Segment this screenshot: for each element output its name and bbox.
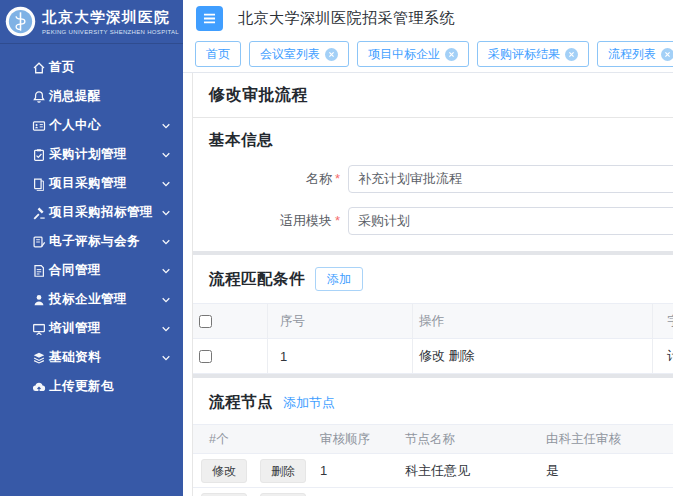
sidebar-item-procurement-plan[interactable]: 采购计划管理: [0, 140, 183, 169]
edit-button[interactable]: 修改: [201, 459, 247, 483]
basic-info-heading: 基本信息: [193, 130, 673, 151]
delete-button[interactable]: 删除: [260, 493, 306, 496]
column-header-field: 字段: [653, 304, 673, 338]
column-header-index: #个: [193, 431, 320, 448]
tab-evaluation-results[interactable]: 采购评标结果: [477, 41, 589, 67]
form-row-name: 名称*: [193, 165, 673, 193]
sidebar-item-project-procurement[interactable]: 项目采购管理: [0, 169, 183, 198]
sidebar-item-upload-package[interactable]: 上传更新包: [0, 372, 183, 401]
page-title: 修改审批流程: [209, 85, 657, 106]
sidebar-item-personal-center[interactable]: 个人中心: [0, 111, 183, 140]
menu-icon: [201, 10, 218, 27]
top-header: 北京大学深圳医院招采管理系统: [183, 0, 673, 36]
sidebar-item-bidding-management[interactable]: 项目采购招标管理: [0, 198, 183, 227]
seq-cell: 1: [268, 339, 413, 373]
required-asterisk: *: [335, 171, 340, 186]
column-header-order: 审核顺序: [320, 431, 405, 448]
sidebar-item-messages[interactable]: 消息提醒: [0, 82, 183, 111]
chevron-down-icon: [160, 149, 172, 161]
flow-nodes-heading: 流程节点: [209, 392, 273, 413]
row-actions-cell: 修改 删除: [193, 459, 320, 483]
sidebar-item-label: 首页: [49, 59, 75, 76]
name-field-label: 名称*: [193, 170, 340, 188]
sidebar-item-label: 电子评标与会务: [49, 233, 140, 250]
tab-bar: 首页 会议室列表 项目中标企业 采购评标结果 流程列表 流程: [183, 36, 673, 73]
hospital-emblem-icon: [5, 6, 36, 37]
actions-cell[interactable]: 修改 删除: [413, 339, 653, 373]
cloud-upload-icon: [32, 380, 46, 394]
sidebar-item-label: 培训管理: [49, 320, 101, 337]
node-name-cell: 科主任意见: [405, 462, 546, 480]
content-panel: 修改审批流程 基本信息 名称* 适用模块* 流程匹配条件 添加: [192, 73, 673, 496]
close-icon[interactable]: [565, 48, 578, 61]
home-icon: [32, 61, 46, 75]
column-header-dept-review: 由科主任审核: [546, 431, 673, 448]
order-cell: 1: [320, 463, 405, 478]
sidebar-item-label: 基础资料: [49, 349, 101, 366]
chevron-down-icon: [160, 323, 172, 335]
sidebar-item-label: 采购计划管理: [49, 146, 127, 163]
sidebar-menu: 首页 消息提醒 个人中心 采购计划管理 项目采购管理: [0, 44, 183, 401]
gavel-icon: [32, 206, 46, 220]
delete-button[interactable]: 删除: [260, 459, 306, 483]
header-checkbox-cell: [193, 304, 268, 338]
sidebar-item-label: 项目采购招标管理: [49, 204, 153, 221]
sidebar-item-label: 投标企业管理: [49, 291, 127, 308]
sidebar-item-label: 合同管理: [49, 262, 101, 279]
sidebar-item-home[interactable]: 首页: [0, 53, 183, 82]
module-field[interactable]: [348, 207, 673, 235]
tab-process-list[interactable]: 流程列表: [597, 41, 673, 67]
sidebar-item-e-evaluation[interactable]: 电子评标与会务: [0, 227, 183, 256]
flow-nodes-section: 流程节点 添加节点 #个 审核顺序 节点名称 由科主任审核 修改 删除 1 科主…: [193, 378, 673, 496]
required-asterisk: *: [335, 213, 340, 228]
presentation-icon: [32, 322, 46, 336]
sidebar-item-label: 项目采购管理: [49, 175, 127, 192]
row-checkbox-cell: [193, 339, 268, 373]
tablet-pen-icon: [32, 235, 46, 249]
id-card-icon: [32, 119, 46, 133]
tab-label: 项目中标企业: [368, 46, 440, 63]
sidebar-item-label: 上传更新包: [49, 378, 114, 395]
match-conditions-heading: 流程匹配条件: [209, 269, 305, 290]
name-field[interactable]: [348, 165, 673, 193]
close-icon[interactable]: [445, 48, 458, 61]
tab-label: 会议室列表: [260, 46, 320, 63]
select-all-checkbox[interactable]: [199, 315, 212, 328]
flow-nodes-header: 流程节点 添加节点: [193, 378, 673, 424]
tab-meeting-room-list[interactable]: 会议室列表: [249, 41, 349, 67]
module-field-label: 适用模块*: [193, 212, 340, 230]
chevron-down-icon: [160, 352, 172, 364]
tab-label: 首页: [206, 46, 230, 63]
book-icon: [32, 177, 46, 191]
close-icon[interactable]: [325, 48, 338, 61]
row-checkbox[interactable]: [199, 350, 212, 363]
logo-text: 北京大学深圳医院 PEKING UNIVERSITY SHENZHEN HOSP…: [42, 8, 177, 35]
chevron-down-icon: [160, 178, 172, 190]
chevron-down-icon: [160, 294, 172, 306]
field-cell: 计划类型: [653, 339, 673, 373]
clipboard-check-icon: [32, 148, 46, 162]
match-conditions-header: 流程匹配条件 添加: [193, 255, 673, 303]
sidebar-item-bidder-management[interactable]: 投标企业管理: [0, 285, 183, 314]
tab-winning-bidders[interactable]: 项目中标企业: [357, 41, 469, 67]
add-condition-button[interactable]: 添加: [315, 267, 363, 291]
tab-label: 采购评标结果: [488, 46, 560, 63]
tab-home[interactable]: 首页: [195, 41, 241, 67]
match-conditions-table: 序号 操作 字段 1 修改 删除 计划类型: [193, 303, 673, 374]
sidebar-item-training[interactable]: 培训管理: [0, 314, 183, 343]
add-node-link[interactable]: 添加节点: [283, 394, 335, 412]
sidebar-item-label: 消息提醒: [49, 88, 101, 105]
close-icon[interactable]: [661, 48, 673, 61]
sidebar: 北京大学深圳医院 PEKING UNIVERSITY SHENZHEN HOSP…: [0, 0, 183, 496]
edit-button[interactable]: 修改: [201, 493, 247, 496]
tab-label: 流程列表: [608, 46, 656, 63]
basic-info-section: 基本信息 名称* 适用模块*: [193, 118, 673, 251]
sidebar-item-contract-management[interactable]: 合同管理: [0, 256, 183, 285]
layers-icon: [32, 351, 46, 365]
row-actions-cell: 修改 删除: [193, 493, 320, 496]
sidebar-item-basic-data[interactable]: 基础资料: [0, 343, 183, 372]
table-header-row: #个 审核顺序 节点名称 由科主任审核: [193, 424, 673, 454]
chevron-down-icon: [160, 236, 172, 248]
user-icon: [32, 293, 46, 307]
sidebar-toggle-button[interactable]: [196, 6, 223, 31]
